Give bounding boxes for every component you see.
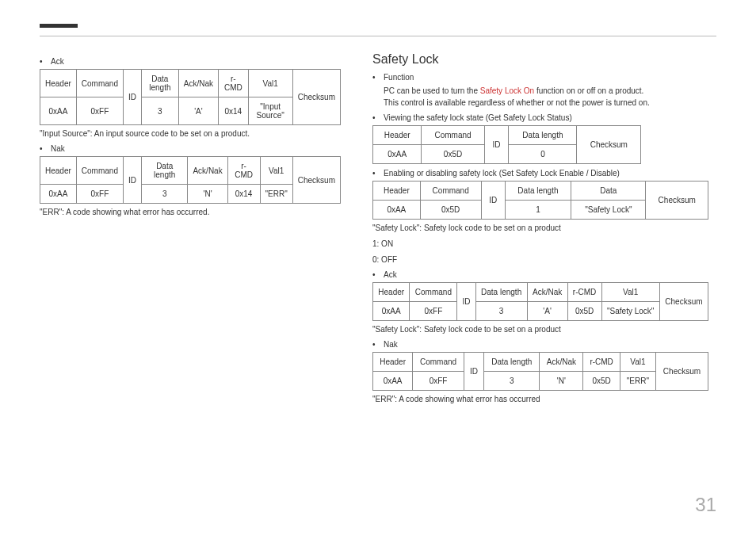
th: r-CMD [219, 70, 249, 97]
td: 3 [484, 372, 540, 391]
section-marker [40, 24, 78, 28]
th: Command [76, 157, 123, 185]
th: Data length [505, 182, 571, 201]
td: 0xFF [413, 372, 464, 391]
bullet-set: • Enabling or disabling safety lock (Set… [372, 169, 708, 178]
td: "Safety Lock" [571, 201, 646, 220]
text: This control is available regardless of … [384, 98, 650, 107]
note-text: "ERR": A code showing what error has occ… [40, 207, 341, 218]
th: Val1 [620, 353, 655, 372]
right-nak-table: Header Command ID Data length Ack/Nak r-… [372, 352, 708, 391]
highlight-text: Safety Lock On [480, 86, 534, 95]
th: Data length [141, 70, 178, 97]
th: Data [571, 182, 646, 201]
bullet-nak: • Nak [40, 144, 341, 153]
bullet-text: Function [384, 73, 414, 82]
td: "Input Source" [248, 97, 292, 125]
note-text: "ERR": A code showing what error has occ… [372, 394, 708, 405]
td: 0x14 [227, 185, 260, 204]
right-column: Safety Lock • Function PC can be used to… [372, 52, 708, 410]
td: 0xFF [76, 97, 123, 125]
td: 0 [509, 145, 577, 164]
right-ack-table: Header Command ID Data length Ack/Nak r-… [372, 282, 708, 321]
th: Data length [475, 283, 527, 302]
note-text: "Safety Lock": Safety lock code to be se… [372, 223, 708, 234]
td: 0xAA [373, 201, 421, 220]
td: 0xAA [373, 145, 422, 164]
bullet-dot-icon: • [372, 169, 384, 178]
td: "ERR" [260, 185, 292, 204]
th: Ack/Nak [188, 157, 227, 185]
th: Command [413, 353, 464, 372]
th-checksum: Checksum [292, 157, 340, 204]
td: 0xAA [373, 372, 413, 391]
bullet-text: Nak [51, 144, 65, 153]
left-column: • Ack Header Command ID Data length Ack/… [40, 52, 341, 410]
th-checksum: Checksum [659, 283, 708, 321]
th: Command [410, 283, 457, 302]
td: 3 [141, 97, 178, 125]
bullet-text: Nak [384, 340, 398, 349]
note-text: "Safety Lock": Safety lock code to be se… [372, 324, 708, 335]
td: 'N' [540, 372, 583, 391]
bullet-text: Ack [384, 270, 397, 279]
th: Header [373, 353, 413, 372]
td: "ERR" [620, 372, 655, 391]
td: 0xAA [40, 97, 77, 125]
td: 0x14 [219, 97, 249, 125]
th: Header [373, 283, 410, 302]
th: Command [420, 182, 481, 201]
td: 0xAA [373, 302, 410, 321]
th-id: ID [123, 157, 141, 204]
td: "Safety Lock" [601, 302, 659, 321]
bullet-dot-icon: • [372, 113, 384, 122]
page-number: 31 [695, 494, 716, 516]
th: r-CMD [583, 353, 620, 372]
td: 0x5D [567, 302, 601, 321]
td: 0xFF [76, 185, 123, 204]
th-id: ID [484, 126, 509, 164]
td: 'A' [527, 302, 567, 321]
th-id: ID [457, 283, 475, 321]
section-title: Safety Lock [372, 52, 708, 67]
bullet-dot-icon: • [40, 144, 51, 153]
bullet-nak: • Nak [372, 340, 708, 349]
right-set-table: Header Command ID Data length Data Check… [372, 181, 708, 220]
th: Header [373, 126, 422, 145]
th: Val1 [248, 70, 292, 97]
left-ack-table: Header Command ID Data length Ack/Nak r-… [40, 69, 341, 125]
bullet-dot-icon: • [372, 340, 384, 349]
value-off: 0: OFF [372, 254, 708, 266]
th-checksum: Checksum [646, 182, 708, 220]
th: Header [40, 157, 77, 185]
td: 0x5D [422, 145, 484, 164]
th: r-CMD [227, 157, 260, 185]
th: Command [76, 70, 123, 97]
th-id: ID [481, 182, 505, 220]
th: r-CMD [567, 283, 601, 302]
th: Data length [484, 353, 540, 372]
th-checksum: Checksum [655, 353, 708, 391]
text: PC can be used to turn the [384, 86, 480, 95]
td: 0x5D [583, 372, 620, 391]
bullet-dot-icon: • [372, 270, 384, 279]
bullet-dot-icon: • [372, 73, 384, 82]
left-nak-table: Header Command ID Data length Ack/Nak r-… [40, 156, 341, 204]
function-description: PC can be used to turn the Safety Lock O… [384, 85, 708, 109]
td: 'N' [188, 185, 227, 204]
td: 3 [475, 302, 527, 321]
bullet-text: Enabling or disabling safety lock (Set S… [384, 169, 620, 178]
horizontal-rule [40, 36, 716, 36]
th: Data length [509, 126, 577, 145]
th: Val1 [260, 157, 292, 185]
bullet-ack: • Ack [40, 57, 341, 66]
th: Val1 [601, 283, 659, 302]
td: 1 [505, 201, 571, 220]
td: 3 [141, 185, 187, 204]
bullet-text: Viewing the safety lock state (Get Safet… [384, 113, 572, 122]
bullet-ack: • Ack [372, 270, 708, 279]
td: 'A' [178, 97, 218, 125]
bullet-text: Ack [51, 57, 64, 66]
th: Ack/Nak [178, 70, 218, 97]
th: Header [373, 182, 421, 201]
